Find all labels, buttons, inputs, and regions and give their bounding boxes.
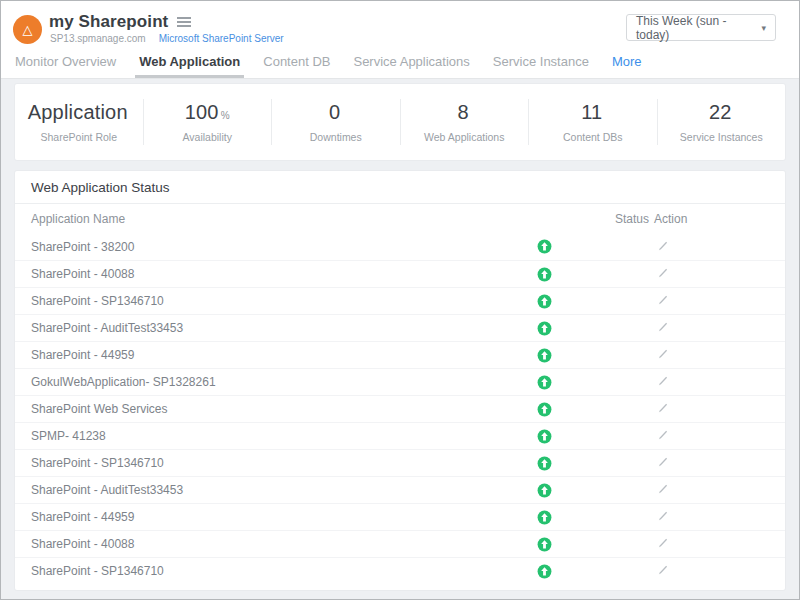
tab-label: Web Application xyxy=(139,54,240,69)
pencil-icon xyxy=(656,482,670,496)
tab-monitor-overview[interactable]: Monitor Overview xyxy=(11,48,120,78)
edit-button[interactable] xyxy=(655,454,671,470)
table-row: SharePoint - 40088 xyxy=(15,260,785,287)
edit-button[interactable] xyxy=(655,508,671,524)
arrow-up-circle-icon xyxy=(537,239,552,254)
arrow-up-circle-icon xyxy=(537,294,552,309)
status-cell xyxy=(509,537,579,552)
status-cell xyxy=(509,294,579,309)
action-cell xyxy=(654,481,769,499)
arrow-up-circle-icon xyxy=(537,348,552,363)
stat-downtimes: 0 Downtimes xyxy=(271,99,400,145)
triangle-glyph: △ xyxy=(23,23,33,36)
arrow-up-circle-icon xyxy=(537,537,552,552)
pencil-icon xyxy=(656,266,670,280)
tab-label: Service Applications xyxy=(353,54,469,69)
stat-value: 8 xyxy=(458,101,469,123)
tab-label: More xyxy=(612,54,642,69)
table-row: SharePoint - AuditTest33453 xyxy=(15,476,785,503)
status-cell xyxy=(509,402,579,417)
pencil-icon xyxy=(656,401,670,415)
application-name: SharePoint - SP1346710 xyxy=(31,564,509,578)
arrow-up-circle-icon xyxy=(537,402,552,417)
edit-button[interactable] xyxy=(655,562,671,578)
monitor-host: SP13.spmanage.com xyxy=(50,33,146,44)
status-cell xyxy=(509,239,579,254)
status-cell xyxy=(509,321,579,336)
period-dropdown[interactable]: This Week (sun - today) ▾ xyxy=(626,14,776,41)
stat-value: 100 xyxy=(185,101,219,123)
server-type-link[interactable]: Microsoft SharePoint Server xyxy=(159,33,284,44)
table-header-row: Application Name Status Action xyxy=(15,204,785,233)
stat-web-applications: 8 Web Applications xyxy=(400,99,529,145)
application-name: SharePoint - 40088 xyxy=(31,267,509,281)
status-cell xyxy=(509,267,579,282)
tab-label: Service Instance xyxy=(493,54,589,69)
status-cell xyxy=(509,375,579,390)
tab-content-db[interactable]: Content DB xyxy=(259,48,334,78)
edit-button[interactable] xyxy=(655,265,671,281)
pencil-icon xyxy=(656,455,670,469)
application-name: SharePoint Web Services xyxy=(31,402,509,416)
pencil-icon xyxy=(656,536,670,550)
application-name: SharePoint - 44959 xyxy=(31,348,509,362)
edit-button[interactable] xyxy=(655,346,671,362)
application-name: GokulWebApplication- SP1328261 xyxy=(31,375,509,389)
table-body: SharePoint - 38200 SharePoint - 40088 xyxy=(15,233,785,584)
pencil-icon xyxy=(656,428,670,442)
tab-label: Content DB xyxy=(263,54,330,69)
pencil-icon xyxy=(656,509,670,523)
table-row: SharePoint - SP1346710 xyxy=(15,449,785,476)
content-area: Application SharePoint Role 100% Availab… xyxy=(1,79,799,599)
stat-sharepoint-role: Application SharePoint Role xyxy=(15,99,143,145)
tab-service-instance[interactable]: Service Instance xyxy=(489,48,593,78)
table-row: SharePoint - 44959 xyxy=(15,341,785,368)
edit-button[interactable] xyxy=(655,400,671,416)
column-header-application-name: Application Name xyxy=(31,212,509,226)
arrow-up-circle-icon xyxy=(537,267,552,282)
action-cell xyxy=(654,562,769,580)
action-cell xyxy=(654,373,769,391)
web-application-status-card: Web Application Status Application Name … xyxy=(15,171,785,590)
stat-label: Content DBs xyxy=(529,131,657,143)
tab-web-application[interactable]: Web Application xyxy=(135,48,244,78)
edit-button[interactable] xyxy=(655,238,671,254)
stat-value: 0 xyxy=(329,101,340,123)
hamburger-icon[interactable] xyxy=(177,15,191,30)
arrow-up-circle-icon xyxy=(537,564,552,579)
table-row: SharePoint - SP1346710 xyxy=(15,287,785,314)
action-cell xyxy=(654,427,769,445)
tab-service-applications[interactable]: Service Applications xyxy=(349,48,473,78)
edit-button[interactable] xyxy=(655,319,671,335)
warning-triangle-icon: △ xyxy=(13,15,42,44)
edit-button[interactable] xyxy=(655,481,671,497)
action-cell xyxy=(654,265,769,283)
table-row: SPMP- 41238 xyxy=(15,422,785,449)
arrow-up-circle-icon xyxy=(537,456,552,471)
table-row: SharePoint - SP1346710 xyxy=(15,557,785,584)
status-cell xyxy=(509,564,579,579)
stat-suffix: % xyxy=(221,110,230,121)
edit-button[interactable] xyxy=(655,373,671,389)
arrow-up-circle-icon xyxy=(537,510,552,525)
pencil-icon xyxy=(656,320,670,334)
application-name: SharePoint - SP1346710 xyxy=(31,456,509,470)
action-cell xyxy=(654,346,769,364)
pencil-icon xyxy=(656,563,670,577)
edit-button[interactable] xyxy=(655,427,671,443)
edit-button[interactable] xyxy=(655,535,671,551)
card-title: Web Application Status xyxy=(15,171,785,204)
action-cell xyxy=(654,400,769,418)
stat-label: Availability xyxy=(144,131,272,143)
pencil-icon xyxy=(656,293,670,307)
status-cell xyxy=(509,429,579,444)
table-row: SharePoint Web Services xyxy=(15,395,785,422)
table-row: SharePoint - 40088 xyxy=(15,530,785,557)
tab-more[interactable]: More xyxy=(608,48,646,78)
edit-button[interactable] xyxy=(655,292,671,308)
header: △ my Sharepoint SP13.spmanage.com Micros… xyxy=(1,1,799,79)
stat-label: Service Instances xyxy=(658,131,786,143)
stats-summary: Application SharePoint Role 100% Availab… xyxy=(15,84,785,160)
stat-content-dbs: 11 Content DBs xyxy=(528,99,657,145)
application-name: SharePoint - AuditTest33453 xyxy=(31,321,509,335)
